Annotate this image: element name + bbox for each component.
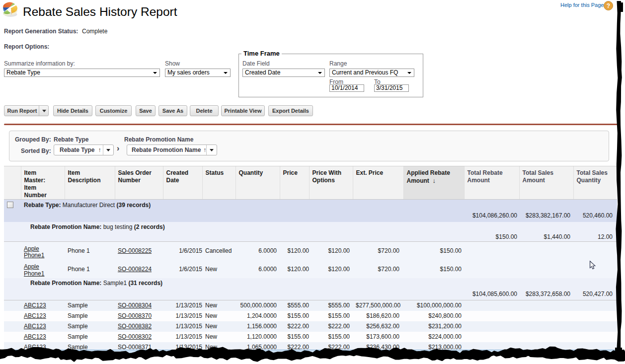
- svg-text:?: ?: [607, 2, 610, 9]
